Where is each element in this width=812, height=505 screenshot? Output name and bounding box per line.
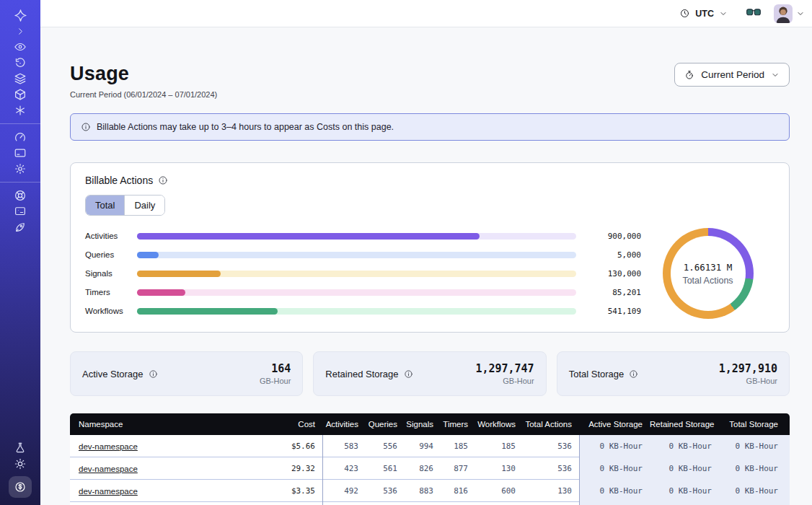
- info-banner: Billable Actions may take up to 3–4 hour…: [70, 113, 790, 141]
- gauge-icon[interactable]: [4, 129, 36, 145]
- lifebuoy-icon[interactable]: [4, 188, 36, 203]
- user-menu[interactable]: [774, 4, 805, 23]
- asterisk-icon[interactable]: [4, 102, 36, 118]
- eye-icon[interactable]: [4, 39, 36, 55]
- namespace-link[interactable]: dev-namespace: [79, 465, 138, 473]
- retained-storage-cell: 0 KB-Hour: [650, 480, 719, 502]
- retained-storage-unit: GB-Hour: [475, 377, 534, 385]
- cube-icon[interactable]: [4, 87, 36, 102]
- total-daily-tabs: Total Daily: [85, 195, 165, 216]
- bar-chart: Activities 900,000 Queries 5,000 Signals: [85, 231, 641, 317]
- sidebar-divider: [0, 123, 40, 124]
- bar-value: 541,109: [585, 307, 641, 316]
- tab-total[interactable]: Total: [86, 196, 124, 215]
- namespace-link[interactable]: dev-namespace: [79, 442, 138, 451]
- namespace-usage-table: Namespace Cost Activities Queries Signal…: [70, 413, 790, 505]
- col-cost: Cost: [256, 420, 322, 429]
- table-header: Namespace Cost Activities Queries Signal…: [70, 413, 790, 435]
- total-storage-label: Total Storage: [569, 369, 625, 379]
- col-timers: Timers: [441, 420, 475, 429]
- bar-label: Signals: [85, 269, 137, 278]
- active-storage-cell: 0 KB-Hour: [579, 457, 650, 480]
- bar-fill: [137, 233, 480, 240]
- clock-icon: [679, 8, 690, 19]
- info-icon[interactable]: [629, 369, 638, 379]
- rocket-icon[interactable]: [4, 219, 36, 235]
- workflows-cell: 185: [475, 442, 523, 451]
- card-terminal-icon[interactable]: [4, 145, 36, 161]
- activities-cell: 583: [322, 435, 366, 457]
- retained-storage-value: 1,297,747: [475, 362, 534, 375]
- billable-actions-title: Billable Actions: [85, 175, 153, 186]
- queries-cell: 536: [366, 486, 405, 496]
- timers-cell: 816: [441, 486, 475, 496]
- info-banner-text: Billable Actions may take up to 3–4 hour…: [97, 122, 394, 132]
- bar-row-signals: Signals 130,000: [85, 268, 641, 279]
- dark-mode-glasses-toggle[interactable]: [746, 7, 761, 20]
- bar-value: 85,201: [585, 288, 641, 297]
- billable-actions-chart: Activities 900,000 Queries 5,000 Signals: [85, 228, 775, 319]
- tab-daily[interactable]: Daily: [124, 196, 164, 215]
- flask-icon[interactable]: [4, 440, 36, 456]
- bar-label: Activities: [85, 232, 137, 240]
- total-actions-cell: 536: [523, 464, 579, 473]
- col-retained-storage: Retained Storage: [650, 420, 719, 429]
- bar-value: 130,000: [585, 269, 641, 278]
- cost-cell: $5.66: [256, 442, 322, 451]
- total-storage-value: 1,297,910: [719, 362, 777, 375]
- bar-label: Queries: [85, 250, 137, 259]
- donut-total-value: 1.66131 M: [684, 262, 733, 273]
- signals-cell: 883: [405, 486, 441, 496]
- bar-row-activities: Activities 900,000: [85, 231, 641, 242]
- period-dropdown-button[interactable]: Current Period: [674, 63, 790, 87]
- timers-cell: 185: [441, 442, 475, 451]
- table-row: dev-namespace $3.35 492 536 883 816 600 …: [70, 480, 790, 502]
- billable-actions-card: Billable Actions Total Daily Activities …: [70, 162, 790, 333]
- stopwatch-icon: [684, 70, 694, 80]
- monitor-icon[interactable]: [4, 203, 36, 219]
- bar-value: 5,000: [585, 250, 641, 260]
- donut-total-label: Total Actions: [682, 276, 733, 286]
- info-icon[interactable]: [158, 175, 168, 185]
- signals-cell: 826: [405, 464, 441, 473]
- col-total-actions: Total Actions: [523, 420, 579, 429]
- col-namespace: Namespace: [70, 420, 256, 429]
- active-storage-cell: 0 KB-Hour: [579, 480, 650, 502]
- total-storage-card: Total Storage 1,297,910 GB-Hour: [557, 351, 790, 396]
- total-actions-cell: 130: [523, 486, 579, 496]
- sun-icon[interactable]: [4, 456, 36, 472]
- cost-cell: 29.32: [256, 464, 322, 473]
- info-icon[interactable]: [149, 369, 158, 379]
- temporal-logo-icon[interactable]: [4, 7, 36, 23]
- donut-chart: 1.66131 M Total Actions: [641, 228, 775, 319]
- table-row-partial: [70, 502, 790, 505]
- expand-chevron-icon[interactable]: [4, 23, 36, 39]
- main-content: Usage Current Period (06/01/2024 – 07/01…: [40, 27, 812, 505]
- gear-icon[interactable]: [4, 161, 36, 177]
- workflows-cell: 130: [475, 464, 523, 473]
- bar-track: [137, 271, 576, 277]
- sidebar-divider: [0, 182, 40, 183]
- history-icon[interactable]: [4, 55, 36, 71]
- col-total-storage: Total Storage: [719, 420, 790, 429]
- info-icon[interactable]: [404, 369, 413, 379]
- bar-track: [137, 308, 576, 315]
- namespace-link[interactable]: dev-namespace: [79, 487, 138, 496]
- layers-icon[interactable]: [4, 71, 36, 87]
- col-workflows: Workflows: [475, 420, 523, 429]
- retained-storage-cell: 0 KB-Hour: [650, 457, 719, 480]
- activities-cell: 492: [322, 480, 366, 502]
- col-activities: Activities: [322, 420, 366, 429]
- activities-cell: 423: [322, 457, 366, 480]
- queries-cell: 561: [366, 464, 405, 473]
- bar-row-queries: Queries 5,000: [85, 250, 641, 260]
- bar-value: 900,000: [585, 232, 641, 241]
- col-signals: Signals: [405, 420, 441, 429]
- total-storage-cell: 0 KB-Hour: [719, 480, 790, 502]
- workflows-cell: 600: [475, 486, 523, 496]
- bar-track: [137, 233, 576, 240]
- usage-billing-active-item[interactable]: [9, 476, 32, 498]
- active-storage-unit: GB-Hour: [260, 377, 291, 385]
- timezone-selector[interactable]: UTC: [679, 8, 728, 19]
- chevron-down-icon: [771, 71, 780, 79]
